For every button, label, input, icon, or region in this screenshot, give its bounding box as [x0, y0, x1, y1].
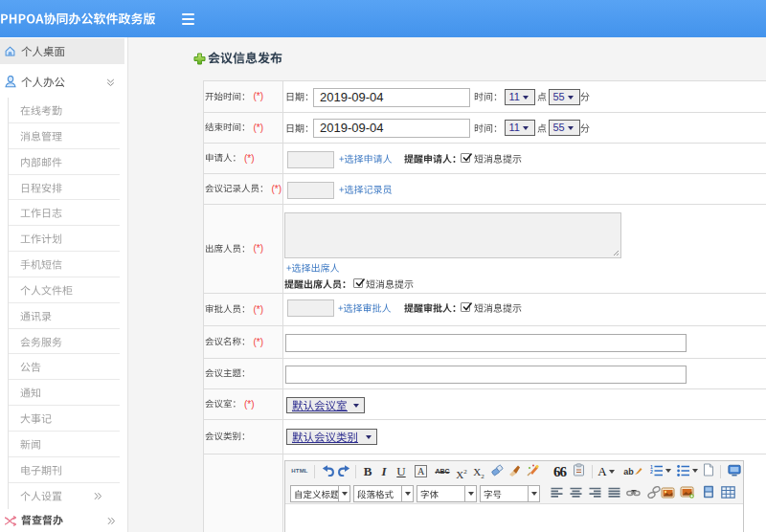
svg-text:2: 2: [650, 469, 653, 475]
